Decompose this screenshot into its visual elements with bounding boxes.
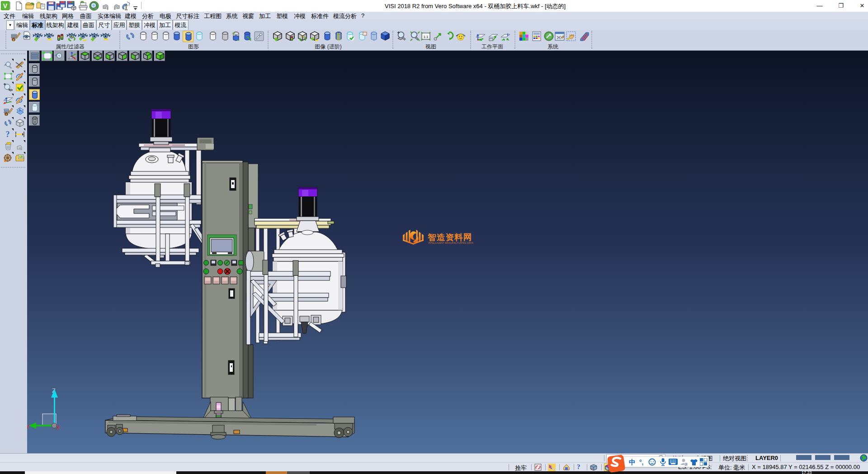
svg-text:7: 7 — [685, 463, 687, 467]
svg-text:V: V — [3, 2, 8, 9]
svg-text:X: X — [56, 424, 60, 431]
svg-text:1:1: 1:1 — [423, 35, 429, 39]
svg-text:?: ? — [6, 130, 10, 139]
svg-text:INTELLIGENT MANUFACTURING DATA: INTELLIGENT MANUFACTURING DATA — [428, 242, 473, 244]
svg-text:智造资料网: 智造资料网 — [427, 232, 472, 242]
svg-text:Y: Y — [27, 423, 30, 430]
